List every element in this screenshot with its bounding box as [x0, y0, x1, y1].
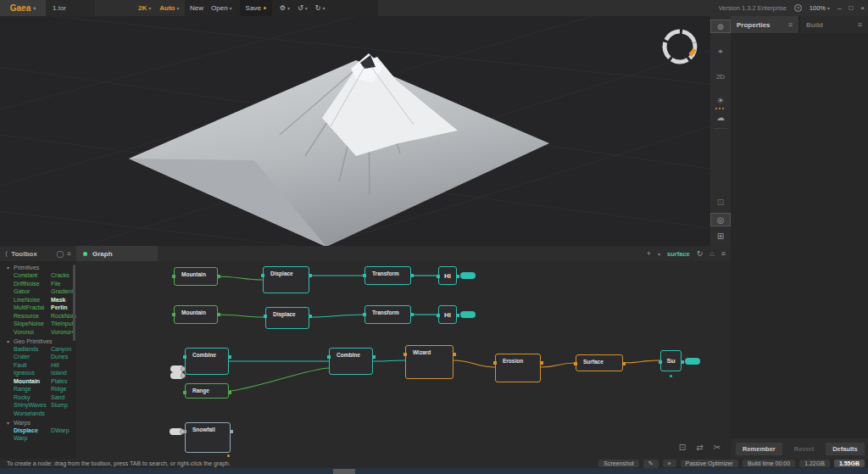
- graph-canvas[interactable]: ⊡ ⇄ ✂ MountainDisplaceTransformHiMountai…: [76, 261, 731, 459]
- minimize-button[interactable]: –: [837, 4, 841, 12]
- add-node-button[interactable]: +: [647, 249, 651, 258]
- toolbox-item-fault[interactable]: Fault: [14, 362, 51, 368]
- toolbox-item-sand[interactable]: Sand: [51, 394, 76, 400]
- out-port[interactable]: [309, 274, 312, 277]
- in-port[interactable]: [659, 360, 662, 364]
- toolbox-item-resource[interactable]: Resource: [14, 313, 51, 319]
- toolbox-section-primitives[interactable]: ▾Primitives: [0, 261, 76, 272]
- graph-node-mountain[interactable]: Mountain: [174, 305, 218, 324]
- filter-icon[interactable]: ◯: [56, 250, 64, 258]
- in-port[interactable]: [437, 275, 440, 278]
- out-port[interactable]: [453, 353, 456, 356]
- toolbox-section-warps[interactable]: ▾Warps: [0, 416, 76, 427]
- undo-button[interactable]: ↺ ▾: [298, 0, 308, 16]
- passive-optimizer-button[interactable]: Passive Optimizer: [681, 460, 738, 467]
- in-port[interactable]: [363, 313, 366, 316]
- tab-build[interactable]: Build ≡: [800, 16, 868, 33]
- tab-graph[interactable]: Graph: [76, 246, 158, 261]
- cloud-icon[interactable]: ☁: [710, 111, 731, 125]
- fast-forward-button[interactable]: »: [663, 460, 676, 467]
- camera-position-icon[interactable]: ⌖: [710, 45, 731, 59]
- graph-node-transform[interactable]: Transform: [364, 266, 411, 285]
- toolbox-item-range[interactable]: Range: [14, 386, 51, 392]
- in-port[interactable]: [403, 353, 407, 356]
- out-port[interactable]: [410, 274, 414, 277]
- home-icon[interactable]: ⌂: [709, 249, 714, 258]
- app-menu-button[interactable]: Gaea ▾: [0, 0, 46, 16]
- screenshot-button[interactable]: Screenshot: [598, 460, 638, 467]
- graph-node-mountain[interactable]: Mountain: [174, 267, 218, 286]
- toolbox-item-dunes[interactable]: Dunes: [51, 354, 76, 360]
- out-port[interactable]: [309, 315, 312, 318]
- in-port[interactable]: [437, 314, 440, 317]
- compass-icon[interactable]: ◎: [710, 213, 731, 226]
- restore-button[interactable]: □: [849, 4, 853, 12]
- graph-node-snowfall[interactable]: Snowfall: [185, 422, 231, 453]
- in-port[interactable]: [261, 274, 264, 277]
- graph-node-range[interactable]: Range: [185, 383, 229, 399]
- toolbox-item-plates[interactable]: Plates: [51, 378, 76, 384]
- document-tab[interactable]: 1.tor: [46, 0, 95, 16]
- menu-icon[interactable]: ≡: [721, 249, 726, 258]
- toolbox-item-canyon[interactable]: Canyon: [51, 346, 76, 352]
- redo-button[interactable]: ↻ ▾: [315, 0, 326, 16]
- graph-node-combine[interactable]: Combine: [185, 348, 229, 375]
- in-port[interactable]: [183, 355, 186, 359]
- scrollbar-thumb[interactable]: [73, 265, 75, 341]
- collapse-icon[interactable]: ⟨: [5, 250, 8, 258]
- in-port[interactable]: [172, 313, 175, 316]
- toolbox-item-ridge[interactable]: Ridge: [51, 386, 76, 392]
- build-mode-dropdown[interactable]: Auto ▾: [159, 0, 179, 16]
- out-port[interactable]: [228, 391, 231, 394]
- out-port[interactable]: [372, 355, 376, 359]
- out-port[interactable]: [217, 275, 220, 278]
- output-badge[interactable]: [460, 272, 476, 279]
- in-port[interactable]: [327, 355, 331, 359]
- sun-icon[interactable]: ☀: [710, 94, 731, 108]
- tab-properties[interactable]: Properties ≡: [731, 16, 798, 33]
- graph-node-transform[interactable]: Transform: [364, 305, 411, 324]
- graph-node-surface[interactable]: Surface: [576, 354, 623, 371]
- defaults-button[interactable]: Defaults: [826, 443, 865, 455]
- toolbox-item-slump[interactable]: Slump: [51, 402, 76, 408]
- in-port[interactable]: [183, 391, 186, 394]
- build-settings-button[interactable]: ⚙ ▾: [280, 0, 290, 16]
- grid-icon[interactable]: ⊞: [710, 230, 731, 243]
- zoom-dropdown[interactable]: 100% ▾: [810, 0, 830, 16]
- save-button[interactable]: Save: [240, 0, 272, 16]
- toolbox-item-constant[interactable]: Constant: [14, 272, 51, 278]
- toolbox-item-hill[interactable]: Hill: [51, 362, 76, 368]
- portal-pill[interactable]: [170, 365, 184, 372]
- viewport-3d[interactable]: [0, 16, 710, 246]
- out-port[interactable]: [681, 360, 684, 364]
- toolbox-item-warp[interactable]: Warp: [14, 435, 51, 441]
- frame-icon[interactable]: ⊡: [710, 196, 731, 209]
- toolbox-item-dwarp[interactable]: DWarp: [51, 427, 76, 433]
- close-button[interactable]: ×: [860, 4, 865, 12]
- revert-button[interactable]: Revert: [787, 443, 821, 455]
- toolbox-item-displace[interactable]: Displace: [14, 427, 51, 433]
- toolbox-item-badlands[interactable]: Badlands: [14, 346, 51, 352]
- toolbox-item-driftnoise[interactable]: DriftNoise: [14, 281, 51, 287]
- out-port[interactable]: [410, 313, 414, 316]
- orbit-compass-widget[interactable]: [658, 25, 702, 69]
- menu-icon[interactable]: ≡: [858, 20, 862, 29]
- toolbox-item-island[interactable]: Island: [51, 370, 76, 376]
- toolbox-item-shinywaves[interactable]: ShinyWaves: [14, 402, 51, 408]
- annotate-button[interactable]: ✎: [643, 460, 659, 468]
- toolbox-item-voronoi[interactable]: Voronoi: [14, 329, 51, 335]
- toolbox-item-worselands[interactable]: Worselands: [14, 410, 51, 416]
- toolbox-item-igneous[interactable]: Igneous: [14, 370, 51, 376]
- graph-node-su[interactable]: Su: [660, 350, 682, 371]
- output-badge[interactable]: [685, 358, 700, 365]
- fit-view-icon[interactable]: ⊡: [679, 443, 686, 452]
- out-port[interactable]: [622, 362, 626, 365]
- graph-node-displace[interactable]: Displace: [263, 266, 309, 293]
- toolbox-item-multifractal[interactable]: MultiFractal: [14, 304, 51, 310]
- in-port[interactable]: [363, 274, 366, 277]
- orbit-icon[interactable]: ⊚: [710, 20, 731, 33]
- toolbox-item-slopenoise[interactable]: SlopeNoise: [14, 321, 51, 326]
- output-badge[interactable]: [460, 311, 476, 318]
- 2d-view-toggle[interactable]: 2D: [710, 70, 731, 84]
- in-port[interactable]: [172, 275, 175, 278]
